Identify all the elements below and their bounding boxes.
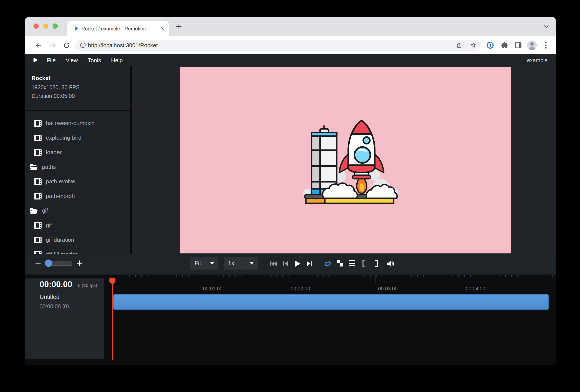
forward-icon[interactable] xyxy=(49,42,56,49)
item-label: gif-duration xyxy=(46,237,74,243)
url-text[interactable]: http://localhost:3001/Rocket xyxy=(88,40,158,51)
new-tab-icon[interactable] xyxy=(176,23,182,30)
volume-icon[interactable] xyxy=(386,260,395,268)
ruler-label: 00:03.00 xyxy=(378,286,398,292)
canvas-size-select[interactable]: Fit xyxy=(190,257,218,269)
film-icon xyxy=(34,120,42,127)
item-label: exploding-bird xyxy=(46,134,81,141)
playback-speed-value: 1x xyxy=(228,260,234,267)
ruler-second-tick xyxy=(375,275,376,283)
playhead-marker[interactable] xyxy=(109,278,116,285)
side-panel-icon[interactable] xyxy=(514,41,522,49)
url-bar[interactable]: http://localhost:3001/Rocket xyxy=(75,40,481,51)
folder-item-paths[interactable]: paths xyxy=(25,160,130,174)
out-point-icon[interactable] xyxy=(375,260,378,267)
menu-item-view[interactable]: View xyxy=(66,57,78,64)
close-tab-icon[interactable] xyxy=(160,26,165,31)
browser-window: Rocket / example - Remotion P xyxy=(25,17,556,366)
menu-kebab-icon[interactable] xyxy=(542,41,550,49)
composition-item-gif[interactable]: gif xyxy=(25,218,130,233)
info-icon[interactable] xyxy=(80,42,86,48)
reload-icon[interactable] xyxy=(63,42,70,49)
composition-item-path-evolve[interactable]: path-evolve xyxy=(25,174,130,189)
composition-item-loader[interactable]: loader xyxy=(25,145,130,160)
playback-speed-select[interactable]: 1x xyxy=(224,257,258,269)
loop-icon[interactable] xyxy=(323,260,332,268)
timeline-area[interactable]: 00:01.0000:02.0000:03.0000:04.00 00:00.0… xyxy=(25,274,556,366)
browser-tab-active[interactable]: Rocket / example - Remotion P xyxy=(67,21,169,36)
ruler-label: 00:04.00 xyxy=(466,286,485,292)
item-label: gif xyxy=(46,222,52,229)
tab-title-fade xyxy=(138,21,155,36)
play-icon[interactable] xyxy=(293,260,301,268)
item-label: halloween-pumpkin xyxy=(46,120,95,127)
composition-duration: Duration 00:05.00 xyxy=(31,93,80,99)
window-close-button[interactable] xyxy=(33,23,39,29)
share-icon[interactable] xyxy=(456,42,462,48)
app-menubar: FileViewToolsHelp example xyxy=(25,54,556,66)
composition-item-exploding-bird[interactable]: exploding-bird xyxy=(25,131,130,145)
one-password-icon[interactable] xyxy=(486,41,494,49)
browser-toolbar: http://localhost:3001/Rocket xyxy=(25,36,556,54)
film-icon xyxy=(34,193,42,200)
timeline-zoom-slider-thumb[interactable] xyxy=(45,260,52,267)
chevron-down-icon xyxy=(210,262,214,264)
film-icon xyxy=(34,134,42,141)
window-minimize-button[interactable] xyxy=(43,23,48,29)
zoom-out-icon[interactable] xyxy=(35,260,41,267)
player-controls-bar: Fit 1x xyxy=(25,254,556,274)
film-icon xyxy=(34,251,42,254)
menu-item-help[interactable]: Help xyxy=(111,57,123,64)
composition-item-gif-duration[interactable]: gif-duration xyxy=(25,233,130,247)
composition-item-gif-fill-modes[interactable]: gif-fill-modes xyxy=(25,247,130,254)
ruler-label: 00:01.00 xyxy=(203,286,223,292)
zoom-in-icon[interactable] xyxy=(76,260,83,266)
film-icon xyxy=(34,222,42,229)
folder-open-icon xyxy=(30,207,38,214)
track-name[interactable]: Untitled xyxy=(40,294,60,300)
extensions-puzzle-icon[interactable] xyxy=(500,41,508,49)
window-zoom-button[interactable] xyxy=(53,23,58,29)
tab-search-chevron-icon[interactable] xyxy=(544,24,549,29)
transparency-checkerboard-icon[interactable] xyxy=(337,260,343,266)
chevron-down-icon xyxy=(250,262,254,264)
menubar-items: FileViewToolsHelp xyxy=(47,54,123,66)
ruler-second-tick xyxy=(463,275,463,283)
composition-item-halloween-pumpkin[interactable]: halloween-pumpkin xyxy=(25,116,130,131)
previous-frame-icon[interactable] xyxy=(282,260,290,268)
menu-item-tools[interactable]: Tools xyxy=(88,57,101,64)
frame-ticks xyxy=(112,275,554,277)
composition-list: halloween-pumpkin exploding-bird loader … xyxy=(25,116,130,254)
film-icon xyxy=(34,178,42,185)
item-label: path-morph xyxy=(46,193,75,199)
sidebar-preview-divider[interactable] xyxy=(130,66,132,254)
menu-item-file[interactable]: File xyxy=(47,57,56,64)
menubar-project-label: example xyxy=(527,54,548,66)
browser-tab-strip: Rocket / example - Remotion P xyxy=(25,17,556,36)
track-time-range: 00:00.00 (0) xyxy=(40,303,69,310)
film-icon xyxy=(34,237,42,244)
next-frame-icon[interactable] xyxy=(305,260,313,268)
compositions-sidebar: Rocket 1920x1080, 30 FPS Duration 00:05.… xyxy=(25,66,130,254)
timeline-rows-icon[interactable] xyxy=(349,260,355,266)
in-point-icon[interactable] xyxy=(362,260,365,267)
current-time: 00:00.00 xyxy=(40,280,72,289)
film-icon xyxy=(34,149,42,156)
timeline-track-bar[interactable] xyxy=(113,294,549,310)
playhead-line[interactable] xyxy=(112,279,113,360)
composition-resolution: 1920x1080, 30 FPS xyxy=(31,84,80,91)
item-label: gif xyxy=(42,207,48,214)
back-icon[interactable] xyxy=(35,42,42,49)
bookmark-star-icon[interactable] xyxy=(470,42,476,48)
skip-to-start-icon[interactable] xyxy=(270,260,278,268)
ruler-second-tick xyxy=(200,275,200,283)
folder-item-gif[interactable]: gif xyxy=(25,203,130,218)
remotion-favicon-icon xyxy=(73,26,79,31)
sidebar-divider xyxy=(25,110,130,111)
rocket-launch-illustration xyxy=(301,117,399,205)
folder-open-icon xyxy=(30,164,38,170)
profile-avatar[interactable] xyxy=(527,40,537,50)
ruler-label: 00:02.00 xyxy=(291,286,310,292)
remotion-logo-icon[interactable] xyxy=(32,57,38,63)
composition-item-path-morph[interactable]: path-morph xyxy=(25,189,130,203)
